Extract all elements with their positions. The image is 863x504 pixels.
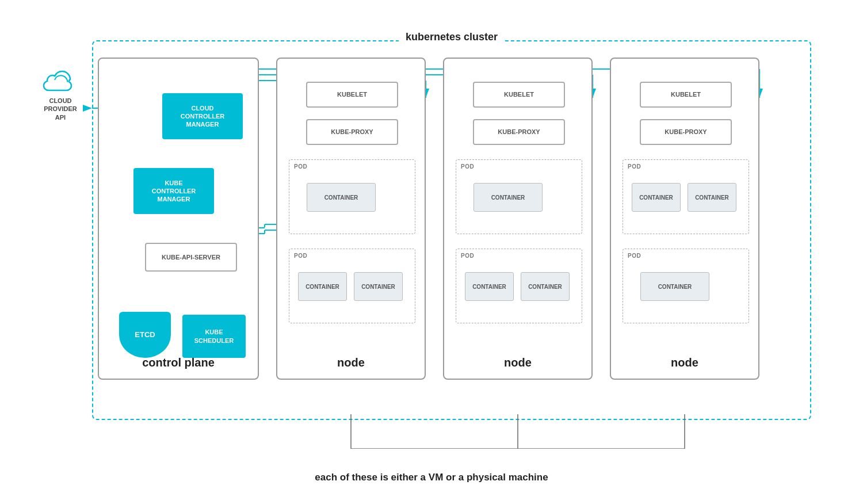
node1-pod2: POD CONTAINER CONTAINER xyxy=(289,249,415,323)
kube-controller-manager: KUBECONTROLLERMANAGER xyxy=(133,168,214,214)
node2-pod2-container1: CONTAINER xyxy=(465,272,514,301)
main-container: CLOUD PROVIDER API kubernetes cluster xyxy=(35,23,828,449)
node1-kubelet: KUBELET xyxy=(306,82,398,108)
kube-api-server: KUBE-API-SERVER xyxy=(145,243,237,272)
control-plane-label: control plane xyxy=(99,356,258,369)
control-plane: control plane CLOUDCONTROLLERMANAGER KUB… xyxy=(98,58,259,380)
node3-pod1-container1: CONTAINER xyxy=(632,183,681,212)
cloud-controller-manager: CLOUDCONTROLLERMANAGER xyxy=(162,93,243,139)
node1-pod1-label: POD xyxy=(294,163,307,170)
node2-pod2: POD CONTAINER CONTAINER xyxy=(456,249,582,323)
node-2: node KUBELET KUBE-PROXY POD CONTAINER PO… xyxy=(443,58,593,380)
node3-kubelet: KUBELET xyxy=(640,82,732,108)
node1-pod2-container1: CONTAINER xyxy=(298,272,347,301)
node2-pod1-container1: CONTAINER xyxy=(473,183,543,212)
node3-pod1-container2: CONTAINER xyxy=(688,183,736,212)
node-3-label: node xyxy=(611,356,758,369)
k8s-cluster-title: kubernetes cluster xyxy=(399,31,505,43)
node1-pod2-container2: CONTAINER xyxy=(354,272,403,301)
node3-pod1-label: POD xyxy=(628,163,641,170)
node-1-label: node xyxy=(277,356,425,369)
node2-pod1-label: POD xyxy=(461,163,474,170)
node-2-label: node xyxy=(444,356,591,369)
node3-pod1: POD CONTAINER CONTAINER xyxy=(623,159,749,234)
node2-pod2-label: POD xyxy=(461,253,474,259)
node2-pod1: POD CONTAINER xyxy=(456,159,582,234)
cloud-provider: CLOUD PROVIDER API xyxy=(35,69,86,121)
node1-kube-proxy: KUBE-PROXY xyxy=(306,119,398,145)
node3-pod2-container1: CONTAINER xyxy=(640,272,709,301)
node1-pod1: POD CONTAINER xyxy=(289,159,415,234)
node3-kube-proxy: KUBE-PROXY xyxy=(640,119,732,145)
cloud-provider-label: CLOUD PROVIDER API xyxy=(35,97,86,121)
node3-pod2-label: POD xyxy=(628,253,641,259)
node2-pod2-container2: CONTAINER xyxy=(521,272,570,301)
bottom-label: each of these is either a VM or a physic… xyxy=(35,472,828,483)
node2-kube-proxy: KUBE-PROXY xyxy=(473,119,565,145)
node1-pod2-label: POD xyxy=(294,253,307,259)
node2-kubelet: KUBELET xyxy=(473,82,565,108)
node-3: node KUBELET KUBE-PROXY POD CONTAINER CO… xyxy=(610,58,759,380)
etcd: ETCD xyxy=(119,312,171,358)
node-1: node KUBELET KUBE-PROXY POD CONTAINER PO… xyxy=(276,58,426,380)
node1-pod1-container1: CONTAINER xyxy=(307,183,376,212)
node3-pod2: POD CONTAINER xyxy=(623,249,749,323)
cloud-icon xyxy=(43,69,78,94)
kube-scheduler: KUBESCHEDULER xyxy=(182,315,246,358)
